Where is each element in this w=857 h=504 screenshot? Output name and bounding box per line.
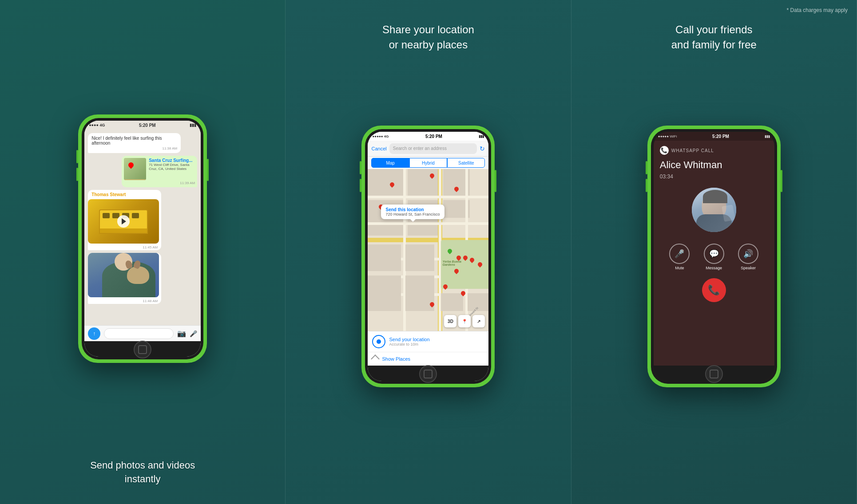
speaker-label: Speaker xyxy=(741,266,756,270)
mute-icon: 🎤 xyxy=(674,249,684,259)
data-notice: * Data charges may apply xyxy=(787,7,848,13)
location-address: 71 West Cliff Drive, Santa Cruz, CA, Uni… xyxy=(149,163,195,171)
home-button-call[interactable] xyxy=(705,365,723,381)
show-places-row[interactable]: Show Places xyxy=(368,352,488,366)
callout-arrow xyxy=(410,219,416,222)
status-bar-call: ●●●●● WiFi 5:20 PM ▮▮▮ xyxy=(654,132,774,141)
caption3-line2: and family for free xyxy=(571,37,857,52)
3d-button[interactable]: 3D xyxy=(444,315,456,327)
panel1-caption: Send photos and videos instantly xyxy=(0,459,285,486)
phone-chat: ●●●● 4G 5:20 PM ▮▮▮ Nice! I definitely f… xyxy=(78,114,207,363)
location-dot-icon xyxy=(377,339,381,344)
message-incoming-text: Nice! I definitely feel like surfing thi… xyxy=(88,133,181,153)
home-button-inner xyxy=(710,370,718,378)
mic-icon[interactable]: 🎤 xyxy=(190,330,197,337)
message-control[interactable]: 💬 Message xyxy=(704,244,724,270)
message-time: 11:38 AM xyxy=(91,146,177,150)
play-button[interactable] xyxy=(117,215,130,228)
location-time: 11:39 AM xyxy=(124,181,195,185)
message-text: Nice! I definitely feel like surfing thi… xyxy=(91,136,177,146)
panel-call: * Data charges may apply Call your frien… xyxy=(571,0,857,504)
speaker-control[interactable]: 🔊 Speaker xyxy=(738,244,758,270)
send-icon: ↑ xyxy=(93,331,95,337)
phone-call: ●●●●● WiFi 5:20 PM ▮▮▮ 📞 WHATSAPP CALL A… xyxy=(647,126,781,387)
callout-address: 720 Howard St, San Francisco xyxy=(385,212,440,217)
callout-title: Send this location xyxy=(385,207,440,212)
caption-line2: instantly xyxy=(0,472,285,486)
map-pin xyxy=(454,187,459,192)
navigate-button[interactable]: ↗ xyxy=(472,315,485,327)
mute-circle: 🎤 xyxy=(669,244,690,264)
send-location-text: Send your location Accurate to 10m xyxy=(389,337,484,346)
sender-name: Thomas Stewart xyxy=(88,190,161,198)
map-pin-green xyxy=(448,249,452,254)
whatsapp-logo: 📞 xyxy=(660,146,669,155)
location-thumbnail xyxy=(124,158,146,180)
message-label: Message xyxy=(706,266,722,270)
time-call: 5:20 PM xyxy=(712,134,729,139)
chat-input-bar: ↑ 📷 🎤 xyxy=(84,325,201,341)
pin-button[interactable]: 📍 xyxy=(458,315,471,327)
show-places-label: Show Places xyxy=(382,356,410,362)
map-view: Yerba BuenaGardens xyxy=(368,169,488,331)
wa-call-label: WHATSAPP CALL xyxy=(671,148,714,153)
message-incoming-video: Thomas Stewart xyxy=(88,190,161,250)
chat-messages: Nice! I definitely feel like surfing thi… xyxy=(84,130,201,325)
wa-call-header: 📞 WHATSAPP CALL xyxy=(654,141,774,158)
cancel-button[interactable]: Cancel xyxy=(371,146,386,151)
home-button-inner xyxy=(424,370,432,378)
caption2-line2: or nearby places xyxy=(286,37,571,52)
caller-avatar xyxy=(692,188,736,232)
phone-maps: ●●●●● 4G 5:20 PM ▮▮▮ Cancel Search or en… xyxy=(361,126,495,387)
camera-icon[interactable]: 📷 xyxy=(177,329,186,338)
call-duration: 03:34 xyxy=(654,173,774,181)
send-location-title: Send your location xyxy=(389,337,484,342)
status-bar-maps: ●●●●● 4G 5:20 PM ▮▮▮ xyxy=(368,132,488,141)
mute-label: Mute xyxy=(675,266,684,270)
time-chat: 5:20 PM xyxy=(139,123,156,128)
photo-time: 11:48 AM xyxy=(88,298,161,304)
call-controls: 🎤 Mute 💬 Message 🔊 Speak xyxy=(654,239,774,275)
caption3-line1: Call your friends xyxy=(571,22,857,37)
chat-input-field[interactable] xyxy=(104,328,174,339)
map-buttons: 3D 📍 ↗ xyxy=(444,315,485,327)
map-pin xyxy=(463,256,468,261)
chevron-up-icon xyxy=(371,354,380,363)
map-pin xyxy=(454,269,459,274)
map-tabs: Map Hybrid Satellite xyxy=(368,157,488,169)
home-button[interactable] xyxy=(134,341,151,357)
tab-satellite[interactable]: Satellite xyxy=(447,158,485,168)
search-placeholder: Search or enter an address xyxy=(393,146,447,151)
map-pin xyxy=(430,302,434,307)
maps-toolbar: Cancel Search or enter an address ↻ xyxy=(368,141,488,157)
photo-thumbnail xyxy=(88,253,159,297)
caption-line1: Send photos and videos xyxy=(0,459,285,472)
speaker-icon: 🔊 xyxy=(743,249,753,259)
send-location-row[interactable]: Send your location Accurate to 10m xyxy=(368,331,488,352)
end-call-button[interactable]: 📞 xyxy=(697,273,731,307)
map-pin xyxy=(390,182,394,188)
send-button[interactable]: ↑ xyxy=(88,327,100,340)
location-name: Santa Cruz Surfing... xyxy=(149,158,195,163)
message-circle: 💬 xyxy=(704,244,724,264)
caller-name: Alice Whitman xyxy=(654,158,774,173)
map-pin xyxy=(443,284,448,290)
home-button-maps[interactable] xyxy=(419,365,437,381)
chat-screen: Nice! I definitely feel like surfing thi… xyxy=(84,130,201,341)
tab-map[interactable]: Map xyxy=(371,158,409,168)
location-callout[interactable]: Send this location 720 Howard St, San Fr… xyxy=(381,205,444,219)
location-icon xyxy=(372,335,385,348)
message-icon: 💬 xyxy=(709,249,719,259)
time-maps: 5:20 PM xyxy=(425,134,442,139)
end-call-icon: 📞 xyxy=(708,284,720,296)
mute-control[interactable]: 🎤 Mute xyxy=(669,244,690,270)
refresh-icon[interactable]: ↻ xyxy=(480,145,485,152)
video-thumbnail xyxy=(88,199,159,244)
caption2-line1: Share your location xyxy=(286,22,571,37)
message-incoming-photo: 11:48 AM xyxy=(88,253,161,304)
home-button-inner xyxy=(138,345,147,354)
search-field[interactable]: Search or enter an address xyxy=(389,143,477,154)
map-pin xyxy=(430,173,434,179)
tab-hybrid[interactable]: Hybrid xyxy=(409,158,447,168)
video-time: 11:45 AM xyxy=(88,244,161,250)
